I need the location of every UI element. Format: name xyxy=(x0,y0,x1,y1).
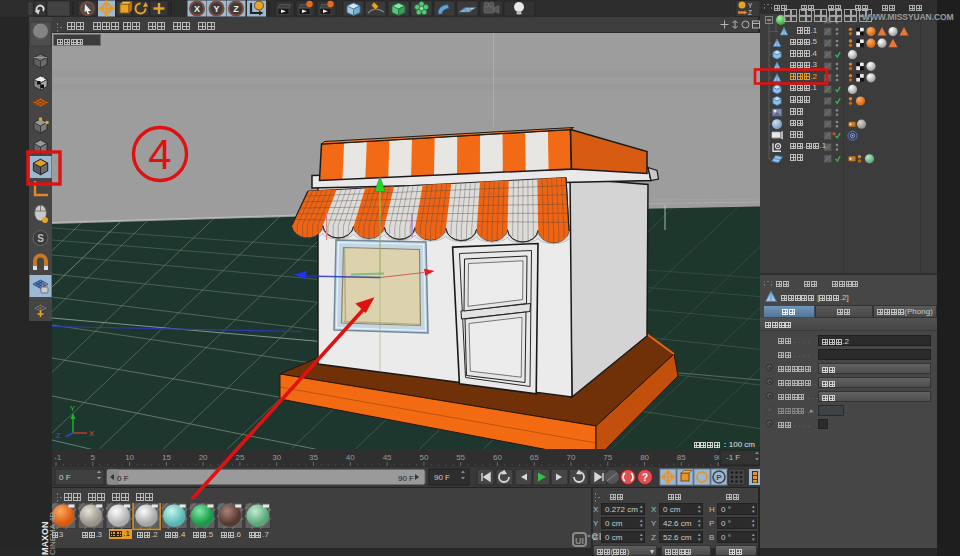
svg-text:65: 65 xyxy=(530,453,539,462)
svg-text:Y: Y xyxy=(213,4,219,14)
svg-text:X: X xyxy=(194,4,200,14)
svg-text:P: P xyxy=(716,473,722,482)
svg-text:60: 60 xyxy=(493,453,502,462)
svg-text:75: 75 xyxy=(603,453,612,462)
svg-text:Z: Z xyxy=(748,9,752,16)
svg-text:25: 25 xyxy=(235,453,244,462)
svg-text:80: 80 xyxy=(640,453,649,462)
svg-text:Y: Y xyxy=(70,404,75,413)
svg-text:40: 40 xyxy=(346,453,355,462)
svg-text:90 F: 90 F xyxy=(434,473,450,482)
svg-text:20: 20 xyxy=(199,453,208,462)
svg-text:55: 55 xyxy=(456,453,465,462)
svg-text:15: 15 xyxy=(162,453,171,462)
svg-text:70: 70 xyxy=(567,453,576,462)
svg-text:?: ? xyxy=(642,472,648,483)
svg-text:45: 45 xyxy=(383,453,392,462)
svg-text:85: 85 xyxy=(677,453,686,462)
svg-text:10: 10 xyxy=(125,453,134,462)
svg-text:5: 5 xyxy=(91,453,96,462)
svg-text:S: S xyxy=(37,233,44,244)
svg-text:-1 F: -1 F xyxy=(726,453,740,462)
svg-text:-1: -1 xyxy=(54,453,62,462)
svg-text:0 F: 0 F xyxy=(117,474,129,483)
svg-text:X: X xyxy=(89,429,94,438)
svg-text:Y: Y xyxy=(748,2,753,9)
svg-text:30: 30 xyxy=(272,453,281,462)
svg-text:35: 35 xyxy=(309,453,318,462)
svg-text:Z: Z xyxy=(56,431,61,440)
svg-text:50: 50 xyxy=(419,453,428,462)
svg-text:Z: Z xyxy=(233,4,239,14)
svg-text:0 F: 0 F xyxy=(59,473,71,482)
svg-text:90 F: 90 F xyxy=(398,474,414,483)
